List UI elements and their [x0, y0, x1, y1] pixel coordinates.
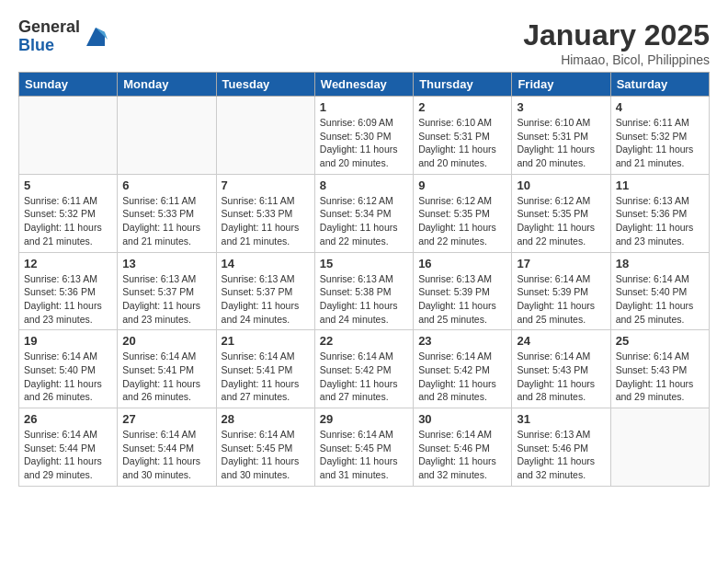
- day-number: 30: [418, 412, 506, 426]
- calendar-cell: 22Sunrise: 6:14 AMSunset: 5:42 PMDayligh…: [314, 330, 413, 408]
- day-number: 24: [517, 334, 605, 348]
- calendar-cell: [19, 97, 118, 175]
- day-info: Sunrise: 6:12 AMSunset: 5:35 PMDaylight:…: [517, 194, 605, 248]
- day-info: Sunrise: 6:13 AMSunset: 5:46 PMDaylight:…: [517, 428, 605, 482]
- calendar-cell: 1Sunrise: 6:09 AMSunset: 5:30 PMDaylight…: [314, 97, 413, 175]
- calendar-header-row: SundayMondayTuesdayWednesdayThursdayFrid…: [19, 73, 710, 97]
- day-number: 17: [517, 257, 605, 270]
- calendar-cell: 23Sunrise: 6:14 AMSunset: 5:42 PMDayligh…: [414, 330, 512, 408]
- day-info: Sunrise: 6:13 AMSunset: 5:36 PMDaylight:…: [616, 194, 704, 248]
- calendar-cell: 31Sunrise: 6:13 AMSunset: 5:46 PMDayligh…: [512, 408, 610, 487]
- calendar-cell: 14Sunrise: 6:13 AMSunset: 5:37 PMDayligh…: [216, 252, 314, 330]
- calendar-cell: 12Sunrise: 6:13 AMSunset: 5:36 PMDayligh…: [19, 252, 118, 330]
- calendar-cell: 30Sunrise: 6:14 AMSunset: 5:46 PMDayligh…: [414, 408, 512, 487]
- calendar-cell: 28Sunrise: 6:14 AMSunset: 5:45 PMDayligh…: [216, 408, 314, 487]
- calendar-cell: 5Sunrise: 6:11 AMSunset: 5:32 PMDaylight…: [19, 174, 118, 252]
- day-number: 25: [616, 334, 704, 348]
- day-number: 19: [24, 334, 112, 348]
- day-info: Sunrise: 6:13 AMSunset: 5:36 PMDaylight:…: [24, 272, 112, 327]
- calendar-header-saturday: Saturday: [610, 73, 709, 97]
- logo: General Blue: [18, 18, 109, 55]
- location-text: Himaao, Bicol, Philippines: [523, 52, 710, 67]
- calendar-cell: 21Sunrise: 6:14 AMSunset: 5:41 PMDayligh…: [216, 330, 314, 408]
- day-number: 13: [122, 257, 210, 270]
- day-number: 22: [320, 334, 408, 348]
- calendar-cell: 6Sunrise: 6:11 AMSunset: 5:33 PMDaylight…: [118, 174, 216, 252]
- calendar-cell: 20Sunrise: 6:14 AMSunset: 5:41 PMDayligh…: [118, 330, 216, 408]
- day-info: Sunrise: 6:14 AMSunset: 5:40 PMDaylight:…: [616, 272, 704, 327]
- day-number: 14: [222, 257, 310, 270]
- day-info: Sunrise: 6:09 AMSunset: 5:30 PMDaylight:…: [320, 116, 408, 170]
- calendar-cell: 25Sunrise: 6:14 AMSunset: 5:43 PMDayligh…: [610, 330, 709, 408]
- day-info: Sunrise: 6:11 AMSunset: 5:32 PMDaylight:…: [24, 194, 112, 248]
- day-number: 7: [222, 178, 310, 192]
- calendar-cell: 19Sunrise: 6:14 AMSunset: 5:40 PMDayligh…: [19, 330, 118, 408]
- day-number: 26: [24, 412, 112, 426]
- logo-blue-text: Blue: [18, 37, 80, 55]
- day-info: Sunrise: 6:11 AMSunset: 5:32 PMDaylight:…: [616, 116, 704, 170]
- day-info: Sunrise: 6:13 AMSunset: 5:37 PMDaylight:…: [222, 272, 310, 327]
- day-info: Sunrise: 6:14 AMSunset: 5:42 PMDaylight:…: [418, 350, 506, 404]
- day-number: 16: [418, 257, 506, 270]
- calendar-cell: 24Sunrise: 6:14 AMSunset: 5:43 PMDayligh…: [512, 330, 610, 408]
- calendar-header-friday: Friday: [512, 73, 610, 97]
- day-info: Sunrise: 6:14 AMSunset: 5:41 PMDaylight:…: [222, 350, 310, 404]
- day-number: 31: [517, 412, 605, 426]
- day-number: 1: [320, 100, 408, 114]
- day-info: Sunrise: 6:14 AMSunset: 5:40 PMDaylight:…: [24, 350, 112, 404]
- day-info: Sunrise: 6:14 AMSunset: 5:43 PMDaylight:…: [616, 350, 704, 404]
- day-info: Sunrise: 6:13 AMSunset: 5:38 PMDaylight:…: [320, 272, 408, 327]
- calendar-cell: 9Sunrise: 6:12 AMSunset: 5:35 PMDaylight…: [414, 174, 512, 252]
- calendar-header-thursday: Thursday: [414, 73, 512, 97]
- calendar-header-wednesday: Wednesday: [314, 73, 413, 97]
- day-number: 3: [517, 100, 605, 114]
- day-info: Sunrise: 6:14 AMSunset: 5:42 PMDaylight:…: [320, 350, 408, 404]
- calendar-week-2: 5Sunrise: 6:11 AMSunset: 5:32 PMDaylight…: [19, 174, 710, 252]
- day-info: Sunrise: 6:12 AMSunset: 5:34 PMDaylight:…: [320, 194, 408, 248]
- calendar-cell: 3Sunrise: 6:10 AMSunset: 5:31 PMDaylight…: [512, 97, 610, 175]
- calendar-cell: 7Sunrise: 6:11 AMSunset: 5:33 PMDaylight…: [216, 174, 314, 252]
- day-number: 10: [517, 178, 605, 192]
- calendar-cell: [610, 408, 709, 487]
- day-number: 4: [616, 100, 704, 114]
- day-info: Sunrise: 6:10 AMSunset: 5:31 PMDaylight:…: [418, 116, 506, 170]
- calendar-header-tuesday: Tuesday: [216, 73, 314, 97]
- page-header: General Blue January 2025 Himaao, Bicol,…: [9, 9, 719, 72]
- day-info: Sunrise: 6:14 AMSunset: 5:39 PMDaylight:…: [517, 272, 605, 327]
- day-number: 23: [418, 334, 506, 348]
- calendar-cell: [118, 97, 216, 175]
- day-info: Sunrise: 6:14 AMSunset: 5:45 PMDaylight:…: [222, 428, 310, 482]
- day-info: Sunrise: 6:10 AMSunset: 5:31 PMDaylight:…: [517, 116, 605, 170]
- calendar-cell: 8Sunrise: 6:12 AMSunset: 5:34 PMDaylight…: [314, 174, 413, 252]
- day-number: 29: [320, 412, 408, 426]
- day-number: 15: [320, 257, 408, 270]
- day-info: Sunrise: 6:12 AMSunset: 5:35 PMDaylight:…: [418, 194, 506, 248]
- calendar-table: SundayMondayTuesdayWednesdayThursdayFrid…: [18, 72, 710, 487]
- calendar-cell: 11Sunrise: 6:13 AMSunset: 5:36 PMDayligh…: [610, 174, 709, 252]
- calendar-cell: 26Sunrise: 6:14 AMSunset: 5:44 PMDayligh…: [19, 408, 118, 487]
- day-info: Sunrise: 6:14 AMSunset: 5:45 PMDaylight:…: [320, 428, 408, 482]
- calendar-cell: 2Sunrise: 6:10 AMSunset: 5:31 PMDaylight…: [414, 97, 512, 175]
- day-info: Sunrise: 6:11 AMSunset: 5:33 PMDaylight:…: [122, 194, 210, 248]
- day-info: Sunrise: 6:14 AMSunset: 5:41 PMDaylight:…: [122, 350, 210, 404]
- calendar-header-monday: Monday: [118, 73, 216, 97]
- logo-general-text: General: [18, 18, 80, 37]
- day-info: Sunrise: 6:14 AMSunset: 5:44 PMDaylight:…: [24, 428, 112, 482]
- day-number: 20: [122, 334, 210, 348]
- calendar-cell: 29Sunrise: 6:14 AMSunset: 5:45 PMDayligh…: [314, 408, 413, 487]
- day-number: 6: [122, 178, 210, 192]
- calendar-week-5: 26Sunrise: 6:14 AMSunset: 5:44 PMDayligh…: [19, 408, 710, 487]
- day-number: 8: [320, 178, 408, 192]
- day-info: Sunrise: 6:14 AMSunset: 5:43 PMDaylight:…: [517, 350, 605, 404]
- calendar-week-1: 1Sunrise: 6:09 AMSunset: 5:30 PMDaylight…: [19, 97, 710, 175]
- day-number: 18: [616, 257, 704, 270]
- day-number: 9: [418, 178, 506, 192]
- day-info: Sunrise: 6:14 AMSunset: 5:46 PMDaylight:…: [418, 428, 506, 482]
- title-block: January 2025 Himaao, Bicol, Philippines: [523, 18, 710, 67]
- calendar-week-4: 19Sunrise: 6:14 AMSunset: 5:40 PMDayligh…: [19, 330, 710, 408]
- calendar-cell: 16Sunrise: 6:13 AMSunset: 5:39 PMDayligh…: [414, 252, 512, 330]
- day-number: 5: [24, 178, 112, 192]
- day-number: 12: [24, 257, 112, 270]
- logo-icon: [82, 23, 109, 51]
- calendar-cell: 17Sunrise: 6:14 AMSunset: 5:39 PMDayligh…: [512, 252, 610, 330]
